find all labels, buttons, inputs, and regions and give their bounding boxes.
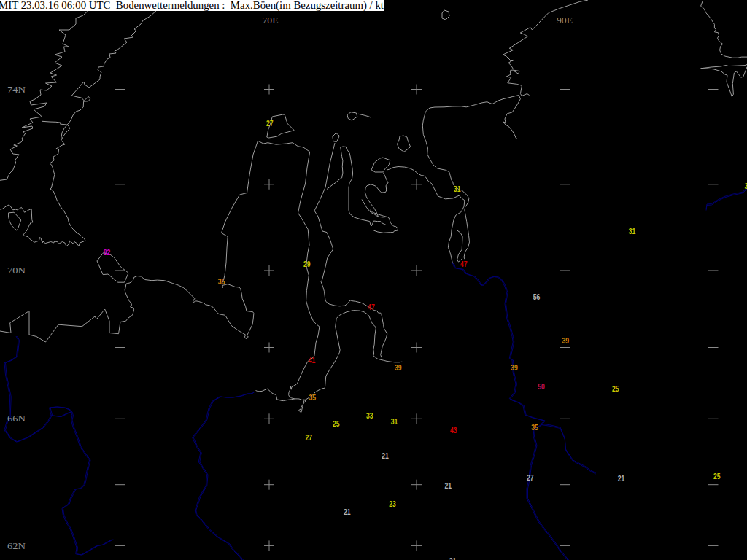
svg-text:21: 21 (445, 482, 452, 490)
svg-text:41: 41 (309, 357, 316, 365)
svg-text:23: 23 (389, 500, 396, 508)
svg-text:35: 35 (531, 424, 538, 432)
svg-text:27: 27 (306, 434, 313, 442)
svg-text:31: 31 (454, 185, 461, 193)
svg-text:21: 21 (344, 508, 351, 516)
svg-text:35: 35 (309, 394, 316, 402)
svg-text:33: 33 (366, 412, 374, 420)
svg-text:74N: 74N (7, 84, 26, 95)
svg-text:39: 39 (511, 364, 518, 372)
svg-text:31: 31 (391, 418, 398, 426)
svg-text:25: 25 (612, 385, 619, 393)
svg-text:27: 27 (527, 474, 534, 482)
svg-text:31: 31 (629, 228, 636, 236)
svg-text:MIT 23.03.16 06:00 UTC Bodenw: MIT 23.03.16 06:00 UTC Bodenwettermeldun… (0, 0, 384, 12)
svg-text:82: 82 (104, 249, 111, 257)
svg-text:90E: 90E (557, 15, 573, 26)
svg-text:56: 56 (533, 293, 541, 301)
svg-text:43: 43 (450, 427, 457, 435)
svg-text:39: 39 (745, 182, 747, 190)
svg-text:70E: 70E (263, 15, 279, 26)
svg-text:66N: 66N (7, 413, 26, 424)
svg-text:21: 21 (449, 557, 457, 560)
svg-text:21: 21 (618, 475, 625, 483)
svg-text:50: 50 (538, 383, 545, 391)
svg-text:35: 35 (218, 278, 225, 286)
svg-text:62N: 62N (7, 540, 26, 551)
svg-text:47: 47 (368, 303, 375, 311)
svg-text:25: 25 (713, 472, 721, 481)
svg-text:70N: 70N (7, 265, 26, 276)
svg-text:27: 27 (266, 120, 274, 128)
svg-text:39: 39 (562, 337, 570, 345)
svg-text:29: 29 (303, 260, 311, 268)
svg-text:25: 25 (333, 420, 340, 428)
svg-text:47: 47 (460, 260, 468, 268)
svg-text:39: 39 (395, 364, 402, 372)
svg-text:21: 21 (382, 452, 389, 460)
